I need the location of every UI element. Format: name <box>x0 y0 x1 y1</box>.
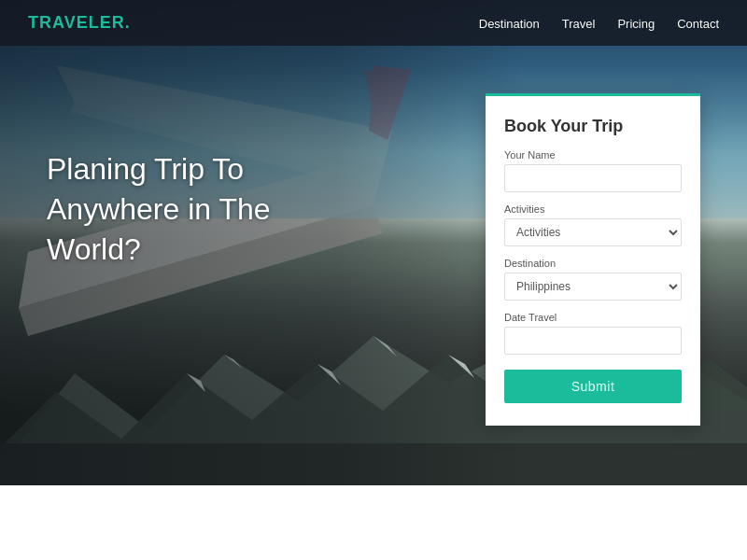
nav-links: Destination Travel Pricing Contact <box>479 15 719 32</box>
form-title: Book Your Trip <box>504 117 682 136</box>
booking-form: Book Your Trip Your Name Activities Acti… <box>486 93 700 426</box>
activities-group: Activities Activities Adventure Beach Cu… <box>504 203 682 246</box>
name-group: Your Name <box>504 149 682 192</box>
logo-text: TRAVELER <box>28 13 125 32</box>
destination-select[interactable]: Philippines Japan France Italy USA Thail… <box>504 273 682 301</box>
activities-label: Activities <box>504 203 682 215</box>
logo-dot: . <box>125 13 131 32</box>
activities-select[interactable]: Activities Adventure Beach Cultural Wild… <box>504 218 682 246</box>
date-input[interactable] <box>504 327 682 355</box>
destination-label: Destination <box>504 258 682 269</box>
name-input[interactable] <box>504 164 682 192</box>
nav-contact[interactable]: Contact <box>677 17 719 31</box>
date-label: Date Travel <box>504 312 682 323</box>
hero-headline: Planing Trip To Anywhere in The World? <box>47 149 271 271</box>
submit-button[interactable]: Submit <box>504 370 682 403</box>
nav-destination[interactable]: Destination <box>479 17 540 31</box>
logo: TRAVELER. <box>28 13 131 33</box>
nav-travel[interactable]: Travel <box>562 17 596 31</box>
bottom-section <box>0 485 747 560</box>
name-label: Your Name <box>504 149 682 161</box>
date-group: Date Travel <box>504 312 682 355</box>
navbar: TRAVELER. Destination Travel Pricing Con… <box>0 0 747 46</box>
destination-group: Destination Philippines Japan France Ita… <box>504 258 682 301</box>
hero-section: Planing Trip To Anywhere in The World? B… <box>0 0 747 485</box>
nav-pricing[interactable]: Pricing <box>617 17 655 31</box>
